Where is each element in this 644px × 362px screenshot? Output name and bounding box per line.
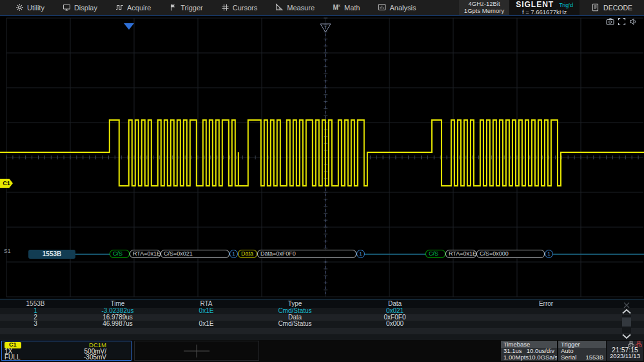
clock-date: 2023/11/13 <box>607 353 643 359</box>
analysis-icon <box>378 3 386 12</box>
fullscreen-icon[interactable] <box>618 17 626 26</box>
decode-segment: C/S <box>110 250 130 258</box>
timebase-sample-rate: 10.0GSa/s <box>529 354 557 361</box>
menu-item-cursors[interactable]: Cursors <box>212 0 267 15</box>
table-cell: Cmd/Status <box>248 321 342 327</box>
acquisition-info[interactable]: 4GHz-12Bit 1Gpts Memory <box>459 0 509 15</box>
table-cell <box>164 314 248 321</box>
table-cell: -3.02382us <box>71 308 164 314</box>
trigger-box[interactable]: Trigger Auto Serial 1553B <box>558 341 606 361</box>
menu-item-acquire[interactable]: Acquire <box>106 0 160 15</box>
menu-item-label: Math <box>344 4 360 12</box>
lan-error-icon <box>636 341 642 347</box>
menu-item-display[interactable]: Display <box>54 0 106 15</box>
gear-icon <box>15 3 24 12</box>
menu-item-utility[interactable]: Utility <box>6 0 54 15</box>
decode-segment: Data <box>238 250 257 258</box>
menu-item-analysis[interactable]: Analysis <box>369 0 425 15</box>
menu-item-label: Cursors <box>233 4 258 12</box>
trigger-flag-icon <box>169 3 177 12</box>
decode-segment: 1 <box>229 250 238 258</box>
table-row[interactable]: 1-3.02382us0x1ECmd/Status0x021 <box>0 308 644 314</box>
menu-item-measure[interactable]: Measure <box>266 0 324 15</box>
table-cell <box>0 328 71 334</box>
brand-status: SIGLENT Trig'd f = 7.661677kHz <box>509 0 580 15</box>
table-cell: 16.9789us <box>71 314 164 321</box>
acquire-icon <box>115 3 124 12</box>
table-scrollbar <box>620 308 634 340</box>
decode-segment: C/S=0x000 <box>476 250 545 258</box>
bandwidth-label: 4GHz-12Bit <box>464 1 504 8</box>
serial-bus-protocol-chip[interactable]: 1553B <box>28 250 75 259</box>
speaker-icon[interactable] <box>629 17 638 26</box>
table-cell <box>448 308 644 314</box>
menu-item-label: Display <box>74 4 97 12</box>
table-cell: 0x1E <box>164 321 248 327</box>
menu-item-trigger[interactable]: Trigger <box>160 0 211 15</box>
menu-bar: UtilityDisplayAcquireTriggerCursorsMeasu… <box>0 0 644 15</box>
column-header: 1553B <box>0 299 71 308</box>
column-header: Type <box>248 299 342 308</box>
table-cell <box>248 328 342 334</box>
menu-item-label: Analysis <box>389 4 416 12</box>
column-header: Time <box>71 299 164 308</box>
decode-segment: C/S <box>425 250 445 258</box>
svg-text:x: x <box>338 3 341 8</box>
menu-item-math[interactable]: MxMath <box>324 0 369 15</box>
table-cell <box>71 328 164 334</box>
table-cell <box>448 328 644 334</box>
clock-box: 21:57:15 2023/11/13 <box>607 341 643 361</box>
table-cell: 3 <box>0 321 71 327</box>
timebase-points: 1.00Mpts <box>503 354 529 361</box>
table-row[interactable]: 216.9789usData0xF0F0 <box>0 314 644 321</box>
decode-segment: 1 <box>545 250 553 258</box>
menu-item-label: Trigger <box>181 4 202 12</box>
close-table-icon[interactable] <box>621 300 632 308</box>
decode-segment: RTA=0x1E <box>130 250 161 258</box>
trigger-type: Serial <box>561 354 576 361</box>
decode-segment: C/S=0x021 <box>161 250 229 258</box>
scroll-down-button[interactable] <box>621 333 632 340</box>
channel-offset: -305mV <box>84 354 106 361</box>
display-icon <box>63 3 71 12</box>
table-cell: 1 <box>0 308 71 314</box>
table-cell: 2 <box>0 314 71 321</box>
table-cell <box>342 328 448 334</box>
table-cell <box>164 328 248 334</box>
cursors-icon <box>221 3 229 12</box>
decode-segment: 1 <box>356 250 365 258</box>
table-row-empty <box>0 328 644 334</box>
menu-items: UtilityDisplayAcquireTriggerCursorsMeasu… <box>0 0 425 15</box>
menu-item-label: Utility <box>27 4 44 12</box>
lan-icon <box>628 341 634 347</box>
decode-list-icon <box>591 3 600 12</box>
camera-icon[interactable] <box>606 17 614 26</box>
table-cell: Cmd/Status <box>248 308 342 314</box>
channel-1-box[interactable]: C1 DC1M 1X 500mV/ FULL -305mV <box>1 341 132 361</box>
add-channel-placeholder[interactable] <box>134 341 259 361</box>
table-cell: 0x000 <box>342 321 448 327</box>
decode-segment: RTA=0x1E <box>445 250 476 258</box>
decode-label: DECODE <box>603 4 632 12</box>
table-row[interactable]: 346.9987us0x1ECmd/Status0x000 <box>0 321 644 327</box>
column-header: RTA <box>164 299 248 308</box>
measure-icon <box>275 3 284 12</box>
channel-bandwidth: FULL <box>5 354 20 361</box>
scrollbar-thumb[interactable] <box>622 317 631 327</box>
serial-bus-source: S1 <box>4 248 10 254</box>
table-cell: Data <box>248 314 342 321</box>
menu-right: 4GHz-12Bit 1Gpts Memory SIGLENT Trig'd f… <box>459 0 644 15</box>
table-header-row: 1553BTimeRTATypeDataError <box>0 299 644 308</box>
decode-segment: Data=0xF0F0 <box>257 250 356 258</box>
table-cell: 0x1E <box>164 308 248 314</box>
scroll-up-button[interactable] <box>621 308 632 315</box>
menu-item-decode[interactable]: DECODE <box>580 0 644 15</box>
trigger-source: 1553B <box>586 354 603 361</box>
scrollbar-track[interactable] <box>622 315 631 333</box>
siglent-logo: SIGLENT <box>516 0 554 9</box>
memory-label: 1Gpts Memory <box>464 8 504 15</box>
table-cell: 0xF0F0 <box>342 314 448 321</box>
timebase-box[interactable]: Timebase 31.1us 10.0us/div 1.00Mpts 10.0… <box>501 341 557 361</box>
column-header: Data <box>342 299 448 308</box>
decode-table: 1553BTimeRTATypeDataError1-3.02382us0x1E… <box>0 299 644 340</box>
